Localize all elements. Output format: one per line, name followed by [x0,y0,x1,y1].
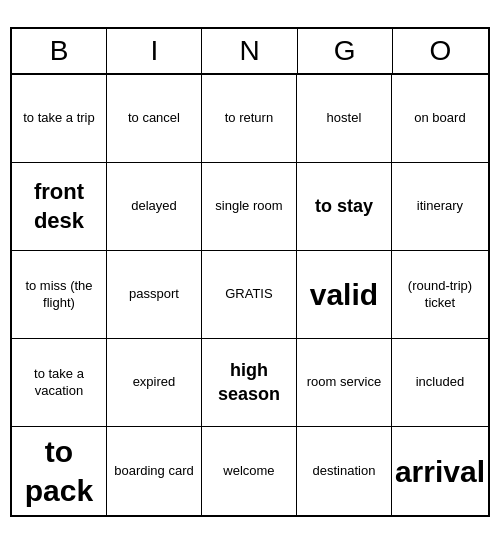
bingo-cell: itinerary [392,163,488,251]
bingo-card: BINGO to take a tripto cancelto returnho… [10,27,490,517]
bingo-cell: on board [392,75,488,163]
bingo-cell: to take a vacation [12,339,107,427]
bingo-cell: hostel [297,75,392,163]
bingo-cell: arrival [392,427,488,515]
bingo-cell: room service [297,339,392,427]
bingo-cell: valid [297,251,392,339]
bingo-cell: (round-trip) ticket [392,251,488,339]
bingo-header: BINGO [12,29,488,75]
bingo-cell: to stay [297,163,392,251]
bingo-cell: to return [202,75,297,163]
bingo-cell: to take a trip [12,75,107,163]
bingo-cell: boarding card [107,427,202,515]
header-letter: N [202,29,297,73]
bingo-cell: included [392,339,488,427]
bingo-cell: high season [202,339,297,427]
bingo-cell: to miss (the flight) [12,251,107,339]
bingo-cell: to pack [12,427,107,515]
bingo-cell: expired [107,339,202,427]
bingo-cell: destination [297,427,392,515]
bingo-cell: passport [107,251,202,339]
header-letter: G [298,29,393,73]
bingo-cell: to cancel [107,75,202,163]
bingo-grid: to take a tripto cancelto returnhostelon… [12,75,488,515]
header-letter: I [107,29,202,73]
header-letter: B [12,29,107,73]
bingo-cell: delayed [107,163,202,251]
bingo-cell: front desk [12,163,107,251]
bingo-cell: single room [202,163,297,251]
bingo-cell: welcome [202,427,297,515]
header-letter: O [393,29,488,73]
bingo-cell: GRATIS [202,251,297,339]
